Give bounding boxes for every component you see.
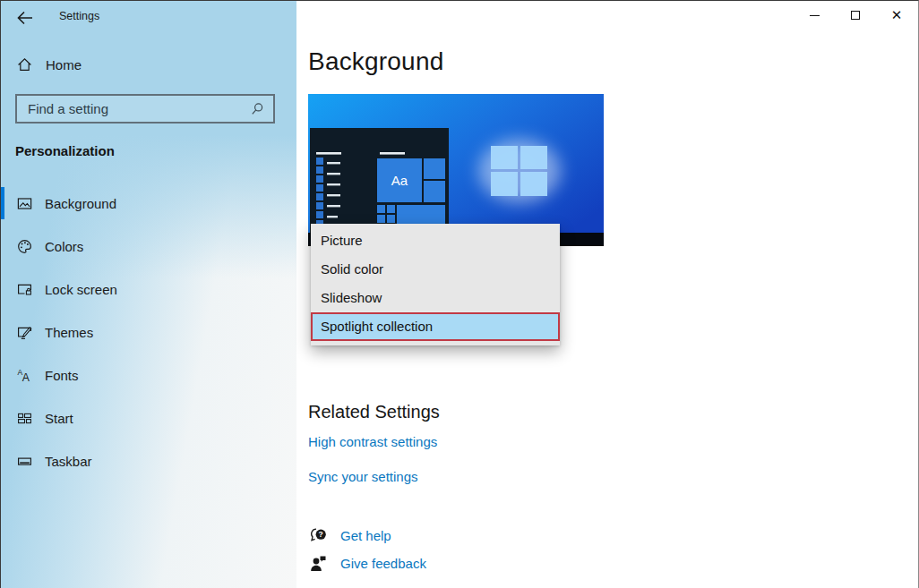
nav-label: Start	[45, 411, 73, 426]
maximize-button[interactable]	[835, 1, 876, 30]
taskbar-icon	[17, 454, 32, 469]
palette-icon	[17, 239, 32, 254]
window-controls: ✕	[794, 1, 917, 30]
high-contrast-settings-link[interactable]: High contrast settings	[308, 434, 437, 449]
chat-question-icon: ?	[309, 526, 328, 545]
search-icon	[250, 102, 264, 116]
back-button[interactable]	[15, 8, 35, 28]
sync-your-settings-link[interactable]: Sync your settings	[308, 469, 418, 484]
dropdown-option-spotlight-collection[interactable]: Spotlight collection	[311, 312, 560, 341]
dropdown-option-picture[interactable]: Picture	[311, 226, 560, 255]
aa-tile-label: Aa	[391, 173, 408, 188]
nav-label: Fonts	[45, 368, 79, 383]
minimize-icon	[810, 15, 820, 16]
fonts-icon: A A	[17, 368, 32, 383]
page-title: Background	[308, 47, 443, 76]
search-input[interactable]	[17, 101, 250, 116]
background-type-dropdown: Picture Solid color Slideshow Spotlight …	[311, 224, 560, 345]
sidebar-item-taskbar[interactable]: Taskbar	[1, 445, 296, 477]
start-tiles-icon	[17, 411, 32, 426]
svg-text:A: A	[22, 371, 30, 382]
sidebar-item-lock-screen[interactable]: Lock screen	[1, 273, 296, 305]
give-feedback-link[interactable]: Give feedback	[309, 554, 426, 573]
sidebar-item-background[interactable]: Background	[1, 187, 296, 219]
dropdown-option-solid-color[interactable]: Solid color	[311, 255, 560, 284]
get-help-label: Get help	[340, 528, 391, 543]
give-feedback-label: Give feedback	[340, 556, 426, 571]
dropdown-option-slideshow[interactable]: Slideshow	[311, 284, 560, 312]
lock-screen-icon	[17, 282, 32, 297]
nav-label: Taskbar	[45, 454, 92, 469]
sidebar: Settings Home Personalization Background	[1, 1, 296, 588]
sidebar-item-start[interactable]: Start	[1, 402, 296, 434]
background-image-icon	[17, 196, 32, 211]
section-label: Personalization	[15, 143, 115, 158]
close-icon: ✕	[891, 9, 903, 22]
home-icon	[17, 57, 32, 72]
maximize-icon	[851, 11, 860, 20]
nav-label: Themes	[45, 325, 93, 340]
related-settings-heading: Related Settings	[308, 402, 440, 422]
sidebar-item-fonts[interactable]: A A Fonts	[1, 359, 296, 391]
nav-label: Colors	[45, 239, 83, 254]
sidebar-item-home[interactable]: Home	[17, 57, 82, 72]
nav-label: Background	[45, 196, 116, 211]
logo-glow	[478, 139, 561, 203]
settings-window: Settings Home Personalization Background	[0, 0, 919, 588]
svg-text:?: ?	[319, 530, 323, 539]
back-arrow-icon	[15, 8, 35, 28]
start-menu-preview: Aa	[310, 128, 449, 234]
close-button[interactable]: ✕	[876, 1, 917, 30]
nav-label: Lock screen	[45, 282, 117, 297]
sidebar-nav: Background Colors Lock screen	[1, 187, 296, 488]
app-title: Settings	[59, 10, 99, 22]
sidebar-item-themes[interactable]: Themes	[1, 316, 296, 348]
themes-icon	[17, 325, 32, 340]
minimize-button[interactable]	[794, 1, 835, 30]
sidebar-item-colors[interactable]: Colors	[1, 230, 296, 262]
person-feedback-icon	[309, 554, 328, 573]
get-help-link[interactable]: ? Get help	[309, 526, 391, 545]
home-label: Home	[46, 57, 82, 72]
search-box	[15, 94, 275, 124]
